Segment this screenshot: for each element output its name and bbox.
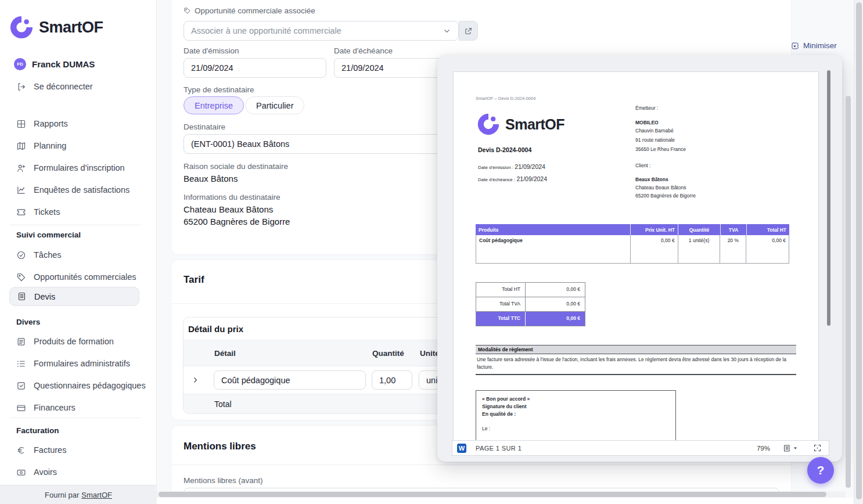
sidebar-item-label: Tâches bbox=[34, 250, 62, 260]
doc-modalites-text: Une facture sera adressée à l'issue de l… bbox=[476, 354, 796, 375]
document-page: SmartOF – Devis D-2024-0004 SmartOF Devi… bbox=[453, 71, 819, 441]
raison-sociale-label: Raison sociale du destinataire bbox=[184, 162, 288, 171]
section-suivi-commercial: Suivi commercial bbox=[16, 231, 81, 239]
doc-echeance-line: Date d'échéance : 21/09/2024 bbox=[478, 175, 547, 182]
section-facturation: Facturation bbox=[16, 426, 59, 435]
doc-client-address: Chateau Beaux Bâtons bbox=[635, 185, 686, 190]
raison-sociale-value: Beaux Bâtons bbox=[184, 174, 238, 183]
logout-icon bbox=[16, 82, 26, 92]
sidebar-item-label: Tickets bbox=[34, 207, 60, 217]
help-button[interactable]: ? bbox=[807, 457, 834, 484]
sidebar-item-label: Enquêtes de satisfactions bbox=[34, 185, 130, 195]
opportunity-placeholder: Associer à une opportunité commerciale bbox=[191, 26, 341, 35]
doc-emetteur-label: Émetteur : bbox=[635, 105, 658, 111]
open-opportunity-button[interactable] bbox=[459, 21, 478, 41]
preview-statusbar: W PAGE 1 SUR 1 79% bbox=[452, 440, 829, 456]
browser-scrollbar-thumb[interactable] bbox=[856, 2, 862, 499]
col-detail: Détail bbox=[214, 349, 236, 358]
tag-icon bbox=[184, 7, 191, 15]
type-destinataire-label: Type de destinataire bbox=[184, 85, 254, 94]
sidebar-item-label: Formulaires d'inscription bbox=[34, 163, 125, 172]
page-indicator: PAGE 1 SUR 1 bbox=[476, 445, 522, 452]
content-scrollbar-thumb[interactable] bbox=[846, 96, 851, 488]
doc-col-total: Total HT bbox=[747, 224, 789, 235]
doc-signature-line1: « Bon pour accord » bbox=[482, 395, 670, 403]
sidebar-item-rapports[interactable]: Rapports bbox=[16, 117, 68, 130]
sidebar-item-taches[interactable]: Tâches bbox=[16, 249, 62, 261]
logout-button[interactable]: Se déconnecter bbox=[16, 80, 93, 93]
doc-col-prix: Prix Unit. HT bbox=[631, 224, 678, 235]
doc-total-ttc-row: Total TTC 0,00 € bbox=[476, 312, 585, 326]
ticket-icon bbox=[16, 207, 26, 217]
chevron-down-icon bbox=[443, 27, 451, 35]
checkbox-icon bbox=[16, 381, 26, 391]
sidebar-item-avoirs[interactable]: Avoirs bbox=[16, 466, 57, 478]
sidebar-item-enquetes[interactable]: Enquêtes de satisfactions bbox=[16, 183, 130, 196]
sidebar-item-financeurs[interactable]: Financeurs bbox=[16, 401, 75, 414]
sidebar-item-label: Rapports bbox=[34, 119, 68, 128]
footer-brand-link[interactable]: SmartOF bbox=[81, 491, 112, 499]
doc-emission-line: Date d'émission : 21/09/2024 bbox=[478, 163, 545, 170]
sidebar-item-tickets[interactable]: Tickets bbox=[16, 206, 60, 218]
sidebar-item-produits-formation[interactable]: Produits de formation bbox=[16, 335, 114, 348]
browser-scrollbar[interactable] bbox=[854, 0, 863, 504]
doc-echeance-value: 21/09/2024 bbox=[516, 175, 547, 182]
doc-col-quantite: Quantité bbox=[678, 224, 721, 235]
sidebar-divider bbox=[9, 225, 141, 225]
doc-signature-line2: Signature du client bbox=[482, 403, 670, 411]
doc-modalites-title: Modalités de règlement bbox=[476, 345, 796, 354]
chevron-right-icon[interactable] bbox=[191, 376, 200, 384]
fullscreen-button[interactable] bbox=[813, 444, 822, 452]
brand-logo[interactable]: SmartOF bbox=[9, 15, 103, 39]
infos-line2: 65200 Bagnères de Bigorre bbox=[184, 217, 290, 226]
app-screen: SmartOF FD Franck DUMAS Se déconnecter R… bbox=[0, 0, 863, 504]
opportunity-label: Opportunité commerciale associée bbox=[195, 6, 315, 15]
sidebar-item-factures[interactable]: Factures bbox=[16, 444, 66, 456]
logout-label: Se déconnecter bbox=[34, 82, 93, 91]
col-unite: Unité bbox=[420, 349, 440, 358]
type-particulier-toggle[interactable]: Particulier bbox=[245, 96, 304, 114]
horizontal-scrollbar-thumb[interactable] bbox=[159, 492, 826, 497]
doc-client-label: Client : bbox=[635, 163, 650, 168]
row-quantite-input[interactable] bbox=[372, 370, 412, 390]
col-quantite: Quantité bbox=[372, 349, 404, 358]
minimize-preview-button[interactable]: Minimiser bbox=[791, 41, 837, 50]
sidebar-item-questionnaires[interactable]: Questionnaires pédagogiques bbox=[16, 379, 146, 392]
sidebar-footer: Fourni par SmartOF bbox=[0, 485, 157, 504]
date-emission-input[interactable] bbox=[184, 58, 326, 78]
check-circle-icon bbox=[16, 250, 26, 260]
doc-title: Devis D-2024-0004 bbox=[478, 146, 531, 153]
doc-total-ttc-label: Total TTC bbox=[476, 312, 526, 326]
grid-icon bbox=[16, 119, 26, 129]
sidebar-item-devis[interactable]: Devis bbox=[9, 287, 139, 306]
smartof-logo-icon bbox=[477, 113, 500, 136]
row-detail-input[interactable] bbox=[214, 370, 366, 390]
destinataire-label: Destinataire bbox=[184, 123, 225, 131]
preview-scrollbar-thumb[interactable] bbox=[827, 70, 830, 326]
destinataire-value: (ENT-0001) Beaux Bâtons bbox=[191, 139, 289, 149]
sidebar-item-formulaires-administratifs[interactable]: Formulaires administratifs bbox=[16, 357, 130, 370]
doc-total-ht-row: Total HT 0,00 € bbox=[476, 283, 585, 297]
banknote-icon bbox=[16, 467, 26, 477]
sidebar-item-planning[interactable]: Planning bbox=[16, 139, 66, 152]
doc-total-ht-label: Total HT bbox=[476, 283, 526, 297]
minimize-icon bbox=[791, 42, 799, 50]
section-divers: Divers bbox=[16, 318, 40, 326]
sidebar-item-opportunites[interactable]: Opportunités commerciales bbox=[16, 271, 136, 283]
doc-col-produits: Produits bbox=[476, 224, 631, 235]
type-entreprise-toggle[interactable]: Entreprise bbox=[184, 96, 244, 114]
doc-col-tva: TVA bbox=[721, 224, 747, 235]
sidebar: SmartOF FD Franck DUMAS Se déconnecter R… bbox=[0, 0, 157, 504]
doc-emetteur-contact: Chauvin Barnabé bbox=[635, 128, 674, 134]
user-profile[interactable]: FD Franck DUMAS bbox=[14, 58, 95, 70]
horizontal-scrollbar[interactable] bbox=[157, 491, 846, 498]
opportunity-select[interactable]: Associer à une opportunité commerciale bbox=[184, 21, 459, 41]
sidebar-item-label: Devis bbox=[34, 292, 55, 301]
caret-down-icon bbox=[793, 445, 798, 451]
view-mode-button[interactable] bbox=[783, 444, 798, 452]
doc-cell-produit: Coût pédagogique bbox=[476, 235, 631, 263]
sidebar-item-formulaires-inscription[interactable]: Formulaires d'inscription bbox=[16, 161, 125, 174]
mentions-title: Mentions libres bbox=[184, 441, 256, 452]
sidebar-item-label: Planning bbox=[34, 141, 66, 150]
date-emission-label: Date d'émission bbox=[184, 46, 239, 55]
